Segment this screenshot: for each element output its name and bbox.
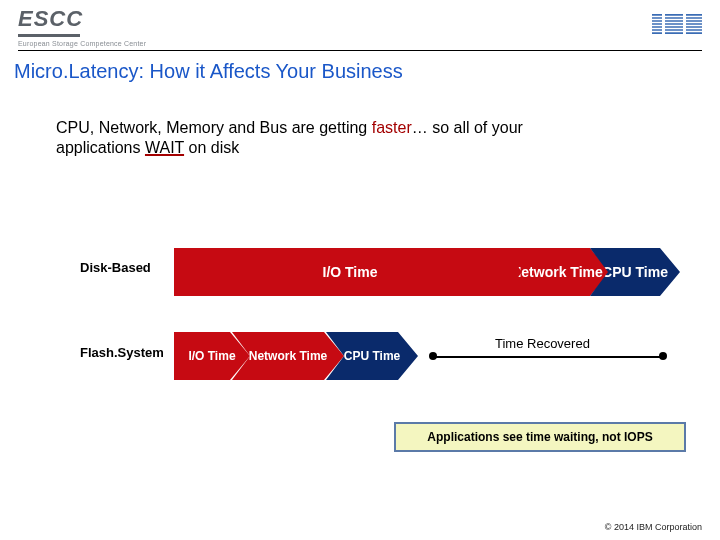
arrow-flash-io-label: I/O Time <box>188 350 235 363</box>
time-recovered-label: Time Recovered <box>495 336 590 351</box>
ibm-logo <box>652 14 702 34</box>
arrow-disk-network-label: Network Time <box>511 265 603 280</box>
arrow-disk-cpu-label: CPU Time <box>602 265 668 280</box>
time-recovered-line <box>432 356 662 358</box>
arrow-flash-network-label: Network Time <box>249 350 327 363</box>
time-recovered-dot-right <box>659 352 667 360</box>
arrow-flash-cpu-label: CPU Time <box>344 350 400 363</box>
time-recovered-dot-left <box>429 352 437 360</box>
escc-logo: ESCC European Storage Competence Center <box>18 6 146 47</box>
page-title: Micro.Latency: How it Affects Your Busin… <box>14 60 403 83</box>
escc-bar <box>18 34 80 37</box>
escc-letters: ESCC <box>18 6 146 32</box>
subtitle: CPU, Network, Memory and Bus are getting… <box>56 118 576 158</box>
header-divider <box>18 50 702 51</box>
subtitle-wait: WAIT <box>145 139 184 156</box>
row-label-disk: Disk-Based <box>80 260 151 275</box>
slide: ESCC European Storage Competence Center <box>0 0 720 540</box>
header: ESCC European Storage Competence Center <box>18 6 702 48</box>
subtitle-faster: faster <box>372 119 412 136</box>
arrow-disk-io: I/O Time <box>174 248 526 296</box>
callout-text: Applications see time waiting, not IOPS <box>427 430 652 444</box>
row-label-flash: Flash.System <box>80 345 164 360</box>
subtitle-pre: CPU, Network, Memory and Bus are getting <box>56 119 372 136</box>
arrow-disk-io-label: I/O Time <box>323 264 378 280</box>
copyright-footer: © 2014 IBM Corporation <box>605 522 702 532</box>
callout-box: Applications see time waiting, not IOPS <box>394 422 686 452</box>
escc-subtitle: European Storage Competence Center <box>18 40 146 47</box>
subtitle-post: on disk <box>184 139 239 156</box>
